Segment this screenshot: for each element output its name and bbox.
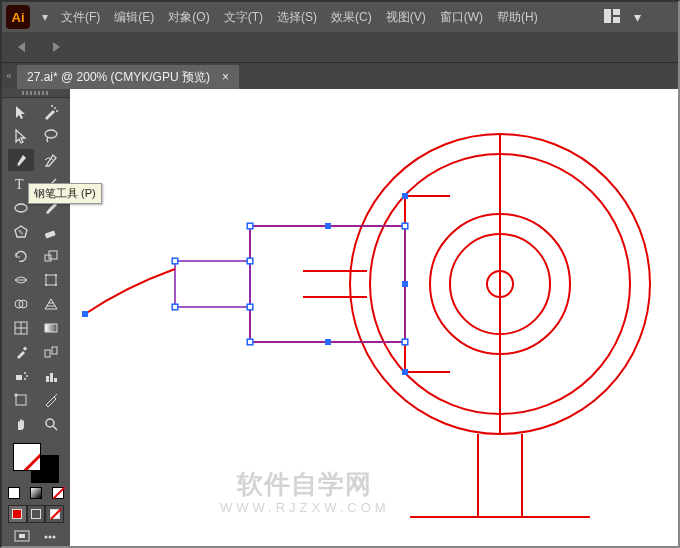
none-mode-icon[interactable] <box>52 487 64 499</box>
svg-point-18 <box>55 274 57 276</box>
menubar-dropdown-icon[interactable]: ▾ <box>36 10 54 24</box>
svg-point-6 <box>45 130 57 138</box>
gradient-tool[interactable] <box>38 317 64 339</box>
nav-prev-button[interactable] <box>5 35 37 59</box>
menu-edit[interactable]: 编辑(E) <box>107 9 161 26</box>
svg-rect-32 <box>16 375 22 380</box>
draw-behind-button[interactable] <box>27 505 46 523</box>
edit-toolbar-button[interactable] <box>40 528 60 546</box>
document-tab[interactable]: 27.ai* @ 200% (CMYK/GPU 预览) × <box>17 65 239 89</box>
svg-point-34 <box>26 375 28 377</box>
menu-help[interactable]: 帮助(H) <box>490 9 545 26</box>
hand-tool[interactable] <box>8 413 34 435</box>
color-mode-icon[interactable] <box>8 487 20 499</box>
width-tool[interactable] <box>8 269 34 291</box>
menubar: Ai ▾ 文件(F) 编辑(E) 对象(O) 文字(T) 选择(S) 效果(C)… <box>2 2 678 32</box>
svg-rect-28 <box>45 324 57 332</box>
shape-builder-tool[interactable] <box>8 293 34 315</box>
shaper-tool[interactable]: ✎ <box>8 221 34 243</box>
mesh-tool[interactable] <box>8 317 34 339</box>
fill-stroke-swatch[interactable] <box>8 441 64 546</box>
document-tab-close-icon[interactable]: × <box>222 70 229 84</box>
document-tab-bar: « 27.ai* @ 200% (CMYK/GPU 预览) × <box>2 63 678 89</box>
svg-rect-1 <box>613 9 620 15</box>
svg-point-49 <box>53 536 56 539</box>
symbol-sprayer-tool[interactable] <box>8 365 34 387</box>
control-bar <box>2 32 678 63</box>
draw-normal-button[interactable] <box>8 505 27 523</box>
free-transform-tool[interactable] <box>38 269 64 291</box>
direct-selection-tool[interactable] <box>8 125 34 147</box>
eraser-tool[interactable] <box>38 221 64 243</box>
menu-window[interactable]: 窗口(W) <box>433 9 490 26</box>
svg-point-19 <box>45 284 47 286</box>
canvas[interactable]: 软件自学网 WWW.RJZXW.COM <box>70 89 678 546</box>
menu-select[interactable]: 选择(S) <box>270 9 324 26</box>
fill-swatch[interactable] <box>13 443 41 471</box>
curvature-tool[interactable] <box>38 149 64 171</box>
watermark-line2: WWW.RJZXW.COM <box>220 500 390 516</box>
workspace-dropdown-icon[interactable]: ▾ <box>627 9 648 25</box>
menu-type[interactable]: 文字(T) <box>217 9 270 26</box>
rotate-tool[interactable] <box>8 245 34 267</box>
tools-panel-grip[interactable] <box>2 89 70 98</box>
svg-point-48 <box>49 536 52 539</box>
gradient-mode-icon[interactable] <box>30 487 42 499</box>
svg-point-33 <box>24 372 26 374</box>
draw-inside-button[interactable] <box>45 505 64 523</box>
svg-point-5 <box>51 105 53 107</box>
pen-tool-tooltip: 钢笔工具 (P) <box>28 183 102 204</box>
svg-rect-36 <box>46 376 49 382</box>
svg-point-17 <box>45 274 47 276</box>
column-graph-tool[interactable] <box>38 365 64 387</box>
svg-point-3 <box>54 107 56 109</box>
svg-point-10 <box>15 204 27 212</box>
watermark-line1: 软件自学网 <box>237 469 372 499</box>
lasso-tool[interactable] <box>38 125 64 147</box>
document-tab-title: 27.ai* @ 200% (CMYK/GPU 预览) <box>27 69 210 86</box>
slice-tool[interactable] <box>38 389 64 411</box>
perspective-grid-tool[interactable] <box>38 293 64 315</box>
app-frame: Ai ▾ 文件(F) 编辑(E) 对象(O) 文字(T) 选择(S) 效果(C)… <box>0 0 680 548</box>
svg-rect-46 <box>19 534 25 538</box>
svg-point-20 <box>55 284 57 286</box>
zoom-tool[interactable] <box>38 413 64 435</box>
svg-text:✎: ✎ <box>18 229 24 236</box>
svg-line-44 <box>53 426 57 430</box>
svg-rect-13 <box>45 255 51 261</box>
svg-point-7 <box>16 164 18 166</box>
eyedropper-tool[interactable] <box>8 341 34 363</box>
workspace-switcher-icon[interactable] <box>597 9 627 26</box>
svg-rect-16 <box>46 275 56 285</box>
blend-tool[interactable] <box>38 341 64 363</box>
tools-panel: T ✎ <box>2 89 70 546</box>
svg-rect-31 <box>52 347 57 354</box>
menu-file[interactable]: 文件(F) <box>54 9 107 26</box>
menu-view[interactable]: 视图(V) <box>379 9 433 26</box>
scale-tool[interactable] <box>38 245 64 267</box>
nav-next-button[interactable] <box>40 35 72 59</box>
svg-rect-12 <box>45 230 56 238</box>
screen-mode-button[interactable] <box>12 528 32 546</box>
tabbar-collapse-icon[interactable]: « <box>4 65 14 87</box>
svg-rect-30 <box>45 350 50 357</box>
svg-rect-2 <box>613 17 620 23</box>
svg-point-43 <box>46 419 54 427</box>
svg-point-47 <box>45 536 48 539</box>
menu-effect[interactable]: 效果(C) <box>324 9 379 26</box>
app-logo: Ai <box>6 5 30 29</box>
main-area: T ✎ <box>2 89 678 546</box>
magic-wand-tool[interactable] <box>38 101 64 123</box>
draw-mode-row <box>8 505 64 523</box>
svg-rect-0 <box>604 9 611 23</box>
svg-text:T: T <box>15 177 24 192</box>
menu-object[interactable]: 对象(O) <box>161 9 216 26</box>
svg-line-42 <box>54 394 57 397</box>
watermark: 软件自学网 WWW.RJZXW.COM <box>220 469 390 516</box>
tool-grid: T ✎ <box>8 100 64 437</box>
pen-tool[interactable] <box>8 149 34 171</box>
artboard-tool[interactable] <box>8 389 34 411</box>
svg-rect-37 <box>50 373 53 382</box>
selection-tool[interactable] <box>8 101 34 123</box>
svg-point-4 <box>56 110 58 112</box>
